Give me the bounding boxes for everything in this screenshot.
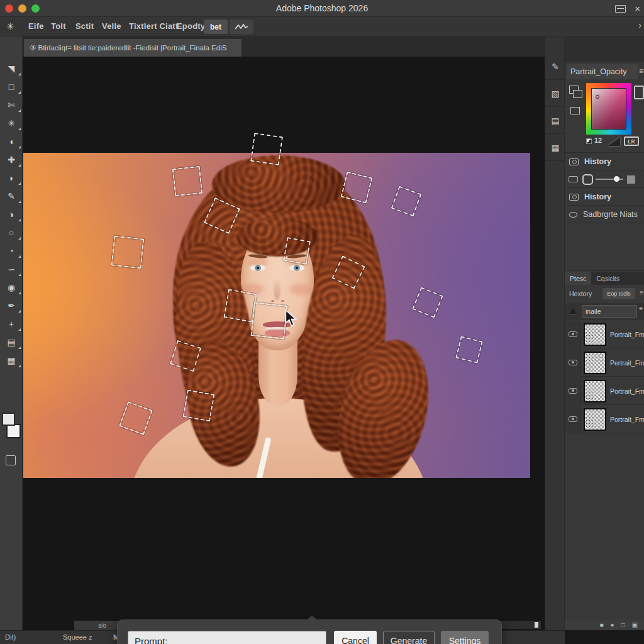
layer-row[interactable]: Portrait_Fmal.E bbox=[565, 321, 644, 348]
screen-mode-tool[interactable] bbox=[6, 455, 16, 465]
prompt-input[interactable] bbox=[128, 631, 326, 644]
tool-flyout-icon bbox=[18, 310, 21, 313]
fill-square-icon[interactable]: ■ bbox=[599, 621, 603, 628]
slider-handle-icon[interactable] bbox=[582, 174, 593, 185]
menu-edit[interactable]: Tolt bbox=[51, 21, 66, 31]
eye-icon[interactable] bbox=[569, 388, 577, 394]
tool-flyout-icon bbox=[18, 365, 21, 367]
tool-flyout-icon bbox=[18, 109, 21, 112]
color-swatches bbox=[0, 411, 23, 447]
layer-thumbnail[interactable] bbox=[584, 380, 606, 402]
menu-file[interactable]: Eife bbox=[28, 21, 44, 31]
fill-circle-icon[interactable]: ● bbox=[610, 621, 614, 628]
pencil-tool[interactable]: ✎ bbox=[0, 188, 23, 204]
filter-arrow-icon[interactable] bbox=[569, 308, 577, 314]
marquee-tool[interactable]: □ bbox=[0, 79, 23, 95]
tab-opacity[interactable]: Cqsicits bbox=[591, 272, 625, 285]
pattern-tool[interactable]: ▦ bbox=[0, 352, 23, 369]
quick-select-tool[interactable]: ◔ bbox=[0, 243, 23, 259]
generate-button[interactable]: Generate bbox=[383, 631, 435, 644]
menu-select[interactable]: Sctit bbox=[75, 21, 94, 31]
history-row-1[interactable]: History bbox=[565, 153, 644, 170]
panel-menu-icon[interactable]: ≡ bbox=[639, 67, 643, 75]
layer-row[interactable]: Pertrait_Final bbox=[565, 349, 644, 377]
lr-toggle-icon[interactable]: LR bbox=[624, 136, 639, 146]
ellipse-icon bbox=[569, 212, 577, 218]
healing-brush-tool[interactable]: ✚ bbox=[0, 152, 23, 168]
eye-icon[interactable] bbox=[569, 360, 577, 365]
layer-visibility-column bbox=[565, 406, 581, 433]
zoom-window-button[interactable] bbox=[31, 4, 40, 13]
swatch-outline-icon[interactable] bbox=[570, 107, 580, 114]
filter-menu-icon[interactable]: ≡ bbox=[639, 305, 643, 312]
slider-thumb[interactable] bbox=[614, 176, 619, 182]
dodge-tool[interactable]: ◉ bbox=[0, 279, 23, 296]
layer-row[interactable]: Portrait_Fmal bbox=[565, 406, 644, 433]
menu-overflow-chevron-icon[interactable]: › bbox=[638, 20, 641, 30]
opacity-slider[interactable] bbox=[596, 179, 623, 180]
brush-panel-button[interactable]: ✎ bbox=[545, 53, 565, 80]
eye-icon[interactable] bbox=[569, 331, 577, 337]
layer-row[interactable]: Portrait_Fmab bbox=[565, 377, 644, 405]
restore-window-icon[interactable] bbox=[615, 5, 626, 13]
color-picker-field[interactable] bbox=[591, 88, 626, 130]
foreground-color-swatch[interactable] bbox=[2, 413, 15, 426]
document-tabbar: ③ Btirlaciiqt= litsit tie:paideredlit -F… bbox=[23, 36, 545, 57]
nested-square-icon[interactable]: ▣ bbox=[632, 621, 638, 628]
menu-view[interactable]: Velle bbox=[102, 21, 121, 31]
pen-tool[interactable]: ✒ bbox=[0, 297, 23, 314]
scribble-button[interactable] bbox=[230, 19, 253, 34]
crosshair-tool[interactable]: + bbox=[0, 316, 23, 332]
background-color-swatch[interactable] bbox=[6, 424, 21, 438]
gradient-tool[interactable]: ▤ bbox=[0, 334, 23, 350]
color-panel-header[interactable]: Partrait_Opacity bbox=[567, 64, 638, 79]
lasso-tool[interactable]: ✄ bbox=[0, 97, 23, 113]
settings-button[interactable]: Settings bbox=[441, 631, 489, 644]
cancel-button[interactable]: Cancel bbox=[334, 631, 377, 644]
surrogate-label: Sadbrgrte Niats bbox=[583, 210, 638, 219]
layer-name: Portrait_Fmal bbox=[610, 416, 644, 423]
move-tool[interactable]: ◥ bbox=[0, 60, 23, 77]
layer-thumbnail[interactable] bbox=[584, 323, 606, 346]
swatches-panel-button[interactable]: ▧ bbox=[545, 80, 565, 107]
magic-wand-tool[interactable]: ✳ bbox=[0, 115, 23, 131]
window-title: Adobe Photoshop 2026 bbox=[0, 3, 644, 13]
minimize-window-button[interactable] bbox=[18, 4, 26, 13]
layer-thumbnail[interactable] bbox=[584, 408, 606, 431]
eraser-tool[interactable]: ◗ bbox=[0, 170, 23, 186]
ramp-icon[interactable] bbox=[608, 137, 620, 146]
eye-icon[interactable] bbox=[569, 416, 577, 422]
tool-flyout-icon bbox=[18, 237, 21, 240]
close-window-button[interactable] bbox=[5, 4, 13, 13]
color-picker-marker[interactable] bbox=[596, 95, 599, 99]
bet-button[interactable]: bet bbox=[204, 19, 228, 34]
selection-marquee bbox=[250, 133, 283, 165]
panel-divider bbox=[565, 223, 644, 223]
new-swatch-icon[interactable] bbox=[569, 86, 584, 101]
menu-export[interactable]: Epodty bbox=[177, 21, 205, 31]
clone-stamp-tool[interactable]: ◑ bbox=[0, 206, 23, 223]
empty-square-icon[interactable]: □ bbox=[621, 621, 625, 628]
history-row-2[interactable]: History bbox=[565, 189, 644, 205]
surrogate-row[interactable]: Sadbrgrte Niats bbox=[565, 206, 644, 223]
smudge-tool[interactable]: ∽ bbox=[0, 261, 23, 277]
tab-piece[interactable]: Ptesc bbox=[565, 272, 591, 285]
top-tools-button[interactable]: Eop todis bbox=[602, 288, 635, 299]
selection-marquee bbox=[183, 390, 215, 422]
object-select-tool[interactable]: ◖ bbox=[0, 133, 23, 150]
app-logo-icon: ✳ bbox=[6, 21, 14, 32]
layers-panel-button[interactable]: ▤ bbox=[545, 108, 565, 134]
color-options-row: 12 LR bbox=[565, 136, 644, 150]
layer-thumbnail[interactable] bbox=[584, 352, 606, 374]
menu-filter[interactable]: Tixtlert Ciatf bbox=[129, 21, 178, 31]
panel-menu-icon[interactable]: ≡ bbox=[640, 289, 643, 296]
document-tab[interactable]: ③ Btirlaciiqt= litsit tie:paideredlit -F… bbox=[24, 39, 242, 57]
panel-divider bbox=[565, 170, 644, 170]
close-icon[interactable]: × bbox=[635, 4, 640, 13]
ellipse-tool[interactable]: ○ bbox=[0, 225, 23, 241]
swatches-panel-icon: ▧ bbox=[551, 89, 559, 99]
channels-panel-button[interactable]: ▦ bbox=[545, 135, 565, 161]
default-colors-icon[interactable] bbox=[586, 138, 592, 144]
color-picker[interactable] bbox=[586, 83, 631, 135]
layer-filter-input[interactable]: inaile bbox=[582, 305, 637, 318]
